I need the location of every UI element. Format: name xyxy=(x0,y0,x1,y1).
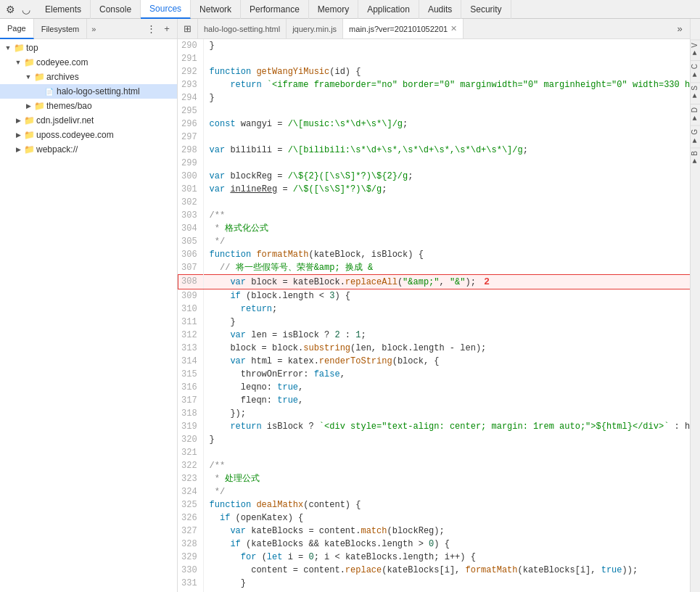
code-row-309: 309 if (block.length < 3) { xyxy=(178,289,691,303)
right-label-v[interactable]: ▼ V xyxy=(691,39,700,60)
tree-item-top[interactable]: ▼ 📁 top xyxy=(0,41,177,55)
tab-application[interactable]: Application xyxy=(358,0,419,19)
tree-item-cdn[interactable]: ▶ 📁 cdn.jsdelivr.net xyxy=(0,113,177,128)
line-num-318: 318 xyxy=(178,407,204,420)
line-content-307: // 将一些假等号、荣誉&amp; 换成 & xyxy=(203,261,690,275)
code-row-293: 293 return `<iframe frameborder="no" bor… xyxy=(178,78,691,91)
line-content-291 xyxy=(203,52,690,65)
devtools-icon[interactable]: ⚙ xyxy=(3,2,17,17)
code-row-307: 307 // 将一些假等号、荣誉&amp; 换成 & xyxy=(178,261,691,275)
sidebar-tab-more[interactable]: » xyxy=(87,25,100,33)
file-tab-mainjs[interactable]: main.js?ver=202101052201 ✕ xyxy=(343,19,464,39)
tab-performance[interactable]: Performance xyxy=(241,0,309,19)
code-row-329: 329 for (let i = 0; i < kateBlocks.lengt… xyxy=(178,551,691,564)
main-container: Page Filesystem » ⋮ + ▼ 📁 top xyxy=(0,19,700,592)
tree-item-codeyee[interactable]: ▼ 📁 codeyee.com xyxy=(0,55,177,70)
right-label-c[interactable]: ▼ C xyxy=(691,60,700,82)
code-row-319: 319 return isBlock ? `<div style="text-a… xyxy=(178,420,691,433)
code-row-300: 300 var blockReg = /\${2}([\s\S]*?)\${2}… xyxy=(178,170,691,183)
code-row-290: 290 } xyxy=(178,39,691,52)
line-num-311: 311 xyxy=(178,316,204,329)
line-num-310: 310 xyxy=(178,303,204,316)
right-label-s[interactable]: ▼ S xyxy=(691,82,700,103)
code-row-303: 303 /** xyxy=(178,209,691,222)
code-row-306: 306 function formatMath(kateBlock, isBlo… xyxy=(178,248,691,261)
tab-memory[interactable]: Memory xyxy=(309,0,358,19)
line-num-316: 316 xyxy=(178,381,204,394)
line-content-295 xyxy=(203,104,690,118)
line-num-304: 304 xyxy=(178,222,204,235)
file-tabs-end: » xyxy=(670,22,690,36)
code-row-297: 297 xyxy=(178,131,691,144)
line-content-315: throwOnError: false, xyxy=(203,368,690,381)
line-content-306: function formatMath(kateBlock, isBlock) … xyxy=(203,248,690,261)
top-toolbar: ⚙ ◡ Elements Console Sources Network Per… xyxy=(0,0,700,19)
line-num-292: 292 xyxy=(178,65,204,78)
tree-label-webpack: webpack:// xyxy=(36,144,78,155)
line-content-324: */ xyxy=(203,485,690,498)
code-row-323: 323 * 处理公式 xyxy=(178,472,691,485)
line-num-293: 293 xyxy=(178,78,204,91)
right-label-d[interactable]: ▼ D xyxy=(691,104,700,126)
file-tab-expand[interactable]: ⊞ xyxy=(178,19,198,39)
sidebar-tab-page[interactable]: Page xyxy=(0,19,34,39)
line-num-309: 309 xyxy=(178,289,204,303)
code-row-316: 316 leqno: true, xyxy=(178,381,691,394)
line-num-325: 325 xyxy=(178,498,204,511)
code-row-315: 315 throwOnError: false, xyxy=(178,368,691,381)
right-label-b[interactable]: ▼ B xyxy=(691,147,700,168)
folder-icon-cdn: 📁 xyxy=(23,115,35,126)
tree-arrow-archives: ▼ xyxy=(23,72,33,82)
tree-label-codeyee: codeyee.com xyxy=(36,57,88,67)
sidebar-action-dots[interactable]: ⋮ xyxy=(144,22,158,36)
line-content-292: function getWangYiMusic(id) { xyxy=(203,65,690,78)
code-row-312: 312 var len = isBlock ? 2 : 1; xyxy=(178,329,691,342)
line-num-317: 317 xyxy=(178,394,204,407)
line-num-303: 303 xyxy=(178,209,204,222)
code-row-310: 310 return; xyxy=(178,303,691,316)
tree-item-webpack[interactable]: ▶ 📁 webpack:// xyxy=(0,142,177,157)
file-tab-jquery[interactable]: jquery.min.js xyxy=(287,19,343,39)
tab-security[interactable]: Security xyxy=(461,0,511,19)
line-content-304: * 格式化公式 xyxy=(203,222,690,235)
tab-elements[interactable]: Elements xyxy=(36,0,91,19)
code-row-294: 294 } xyxy=(178,91,691,104)
line-content-317: fleqn: true, xyxy=(203,394,690,407)
right-label-g[interactable]: ▼ G xyxy=(691,126,700,148)
tab-console[interactable]: Console xyxy=(91,0,141,19)
tree-item-themes[interactable]: ▶ 📁 themes/bao xyxy=(0,99,177,113)
code-row-322: 322 /** xyxy=(178,459,691,472)
line-num-296: 296 xyxy=(178,118,204,131)
line-num-294: 294 xyxy=(178,91,204,104)
code-row-308: 308 var block = kateBlock.replaceAll("&a… xyxy=(178,275,691,289)
code-row-321: 321 xyxy=(178,446,691,459)
toolbar-icons: ⚙ ◡ xyxy=(0,2,36,17)
line-num-315: 315 xyxy=(178,368,204,381)
line-content-308: var block = kateBlock.replaceAll("&amp;"… xyxy=(203,275,690,289)
tree-item-halo-logo[interactable]: ▶ 📄 halo-logo-setting.html xyxy=(0,84,177,99)
code-row-320: 320 } xyxy=(178,433,691,446)
file-tab-close-mainjs[interactable]: ✕ xyxy=(450,24,457,33)
tree-arrow-themes: ▶ xyxy=(23,101,33,111)
line-content-329: for (let i = 0; i < kateBlocks.length; i… xyxy=(203,551,690,564)
tab-sources[interactable]: Sources xyxy=(141,0,191,19)
code-row-304: 304 * 格式化公式 xyxy=(178,222,691,235)
line-num-323: 323 xyxy=(178,472,204,485)
tree-label-themes: themes/bao xyxy=(46,101,92,111)
sidebar-action-add[interactable]: + xyxy=(160,22,174,36)
line-content-296: const wangyi = /\[music:\s*\d+\s*\]/g; xyxy=(203,118,690,131)
tree-item-uposs[interactable]: ▶ 📁 uposs.codeyee.com xyxy=(0,128,177,142)
line-num-321: 321 xyxy=(178,446,204,459)
tree-item-archives[interactable]: ▼ 📁 archives xyxy=(0,70,177,84)
code-row-328: 328 if (kateBlocks && kateBlocks.length … xyxy=(178,538,691,551)
sidebar-tab-filesystem[interactable]: Filesystem xyxy=(34,19,88,39)
inspect-icon[interactable]: ◡ xyxy=(19,2,33,17)
tab-network[interactable]: Network xyxy=(191,0,241,19)
line-num-326: 326 xyxy=(178,511,204,525)
tab-audits[interactable]: Audits xyxy=(419,0,461,19)
folder-icon-codeyee: 📁 xyxy=(23,57,35,68)
file-tab-halo[interactable]: halo-logo-setting.html xyxy=(198,19,287,39)
line-content-311: } xyxy=(203,316,690,329)
file-tab-end-btn[interactable]: » xyxy=(672,22,687,36)
code-area[interactable]: 290 } 291 292 function getWangYiMusic(id… xyxy=(178,39,690,592)
